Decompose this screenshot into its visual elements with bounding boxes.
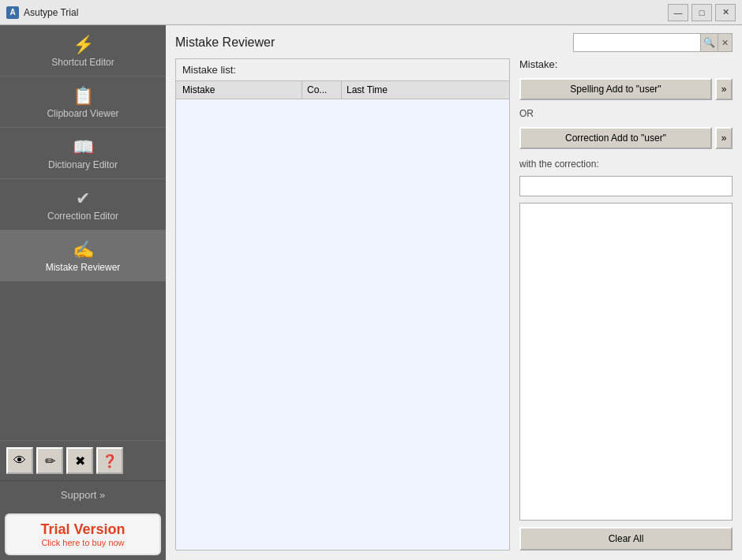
correction-input[interactable] [519, 176, 733, 196]
view-button[interactable]: 👁 [6, 447, 33, 474]
table-header: Mistake Co... Last Time [176, 81, 509, 99]
spelling-action-row: Spelling Add to "user" » [519, 78, 733, 100]
delete-button[interactable]: ✖ [66, 447, 93, 474]
close-button[interactable]: ✕ [715, 4, 736, 21]
sidebar-nav: ⚡ Shortcut Editor 📋 Clipboard Viewer 📖 D… [0, 25, 166, 440]
search-close-button[interactable]: ✕ [718, 34, 732, 51]
app-body: ⚡ Shortcut Editor 📋 Clipboard Viewer 📖 D… [0, 25, 742, 560]
correction-action-row: Correction Add to "user" » [519, 127, 733, 149]
sidebar-item-clipboard-viewer[interactable]: 📋 Clipboard Viewer [0, 77, 166, 128]
col-header-count: Co... [302, 81, 342, 99]
sidebar-label-shortcut-editor: Shortcut Editor [51, 57, 114, 68]
clipboard-icon: 📋 [73, 88, 94, 105]
lightning-icon: ⚡ [73, 36, 94, 54]
trial-buy-text: Click here to buy now [13, 538, 153, 547]
correction-add-button[interactable]: Correction Add to "user" [519, 127, 712, 149]
sidebar-item-shortcut-editor[interactable]: ⚡ Shortcut Editor [0, 25, 166, 77]
help-button[interactable]: ❓ [96, 447, 123, 474]
edit-button[interactable]: ✏ [36, 447, 63, 474]
mistake-list-label: Mistake list: [176, 59, 509, 81]
book-icon: 📖 [73, 139, 94, 156]
title-bar-left: A Asutype Trial [6, 6, 78, 19]
sidebar-item-dictionary-editor[interactable]: 📖 Dictionary Editor [0, 128, 166, 179]
minimize-button[interactable]: — [668, 4, 688, 21]
trial-banner[interactable]: Trial Version Click here to buy now [5, 513, 161, 555]
right-panel: Mistake: Spelling Add to "user" » OR Cor… [519, 58, 733, 551]
search-box: 🔍 ✕ [573, 33, 733, 52]
window-controls: — □ ✕ [668, 4, 736, 21]
or-label: OR [519, 108, 733, 119]
sidebar-label-dictionary-editor: Dictionary Editor [48, 159, 118, 170]
checkmark-icon: ✔ [76, 190, 90, 207]
sidebar-toolbar: 👁 ✏ ✖ ❓ [0, 440, 166, 481]
pen-icon: ✍ [73, 241, 94, 259]
page-title: Mistake Reviewer [175, 35, 275, 50]
app-icon: A [6, 6, 19, 19]
sidebar-item-correction-editor[interactable]: ✔ Correction Editor [0, 179, 166, 230]
sidebar-item-mistake-reviewer[interactable]: ✍ Mistake Reviewer [0, 230, 166, 282]
sidebar-label-mistake-reviewer: Mistake Reviewer [46, 262, 121, 273]
table-body [176, 99, 509, 550]
mistake-label: Mistake: [519, 58, 733, 70]
maximize-button[interactable]: □ [691, 4, 712, 21]
col-header-mistake: Mistake [176, 81, 302, 99]
sidebar-label-correction-editor: Correction Editor [47, 211, 118, 222]
main-panel: Mistake list: Mistake Co... Last Time Mi… [166, 58, 742, 560]
content-area: Mistake Reviewer 🔍 ✕ Mistake list: Mista… [166, 25, 742, 560]
search-button[interactable]: 🔍 [700, 34, 718, 51]
with-correction-label: with the correction: [519, 159, 733, 170]
sidebar-label-clipboard-viewer: Clipboard Viewer [47, 108, 118, 119]
spelling-arrow-button[interactable]: » [715, 78, 733, 100]
correction-textarea[interactable] [519, 203, 733, 521]
spelling-add-button[interactable]: Spelling Add to "user" [519, 78, 712, 100]
sidebar: ⚡ Shortcut Editor 📋 Clipboard Viewer 📖 D… [0, 25, 166, 560]
support-link[interactable]: Support » [0, 481, 166, 509]
trial-version-text: Trial Version [13, 521, 153, 538]
search-input[interactable] [574, 34, 700, 51]
window-title: Asutype Trial [24, 7, 78, 18]
title-bar: A Asutype Trial — □ ✕ [0, 0, 742, 25]
content-header: Mistake Reviewer 🔍 ✕ [166, 25, 742, 58]
col-header-lasttime: Last Time [342, 81, 509, 99]
correction-arrow-button[interactable]: » [715, 127, 733, 149]
clear-all-button[interactable]: Clear All [519, 527, 733, 551]
mistake-list-panel: Mistake list: Mistake Co... Last Time [175, 58, 510, 551]
